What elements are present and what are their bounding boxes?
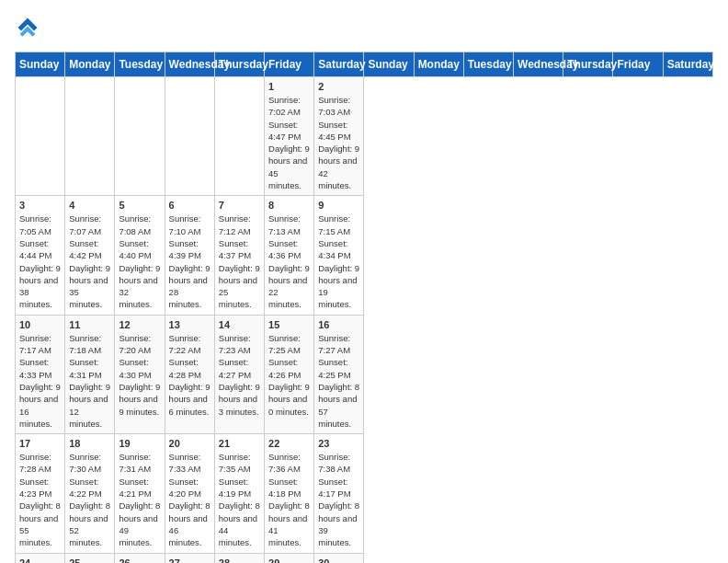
calendar-cell: 19Sunrise: 7:31 AM Sunset: 4:21 PM Dayli…: [115, 434, 165, 553]
calendar-cell: 23Sunrise: 7:38 AM Sunset: 4:17 PM Dayli…: [314, 434, 364, 553]
day-number: 13: [169, 319, 210, 330]
day-number: 2: [318, 81, 359, 92]
day-number: 22: [268, 438, 310, 449]
day-header-saturday: Saturday: [314, 52, 364, 77]
day-info: Sunrise: 7:35 AM Sunset: 4:19 PM Dayligh…: [219, 451, 260, 548]
calendar-header-row: SundayMondayTuesdayWednesdayThursdayFrid…: [16, 52, 713, 77]
calendar-cell: 30Sunrise: 7:48 AM Sunset: 4:11 PM Dayli…: [314, 553, 364, 563]
day-number: 4: [69, 200, 110, 211]
calendar-cell: 24Sunrise: 7:39 AM Sunset: 4:16 PM Dayli…: [16, 553, 65, 563]
day-number: 25: [69, 557, 110, 564]
day-info: Sunrise: 7:13 AM Sunset: 4:36 PM Dayligh…: [268, 213, 310, 310]
calendar-week-2: 3Sunrise: 7:05 AM Sunset: 4:44 PM Daylig…: [16, 196, 713, 315]
calendar-cell: 14Sunrise: 7:23 AM Sunset: 4:27 PM Dayli…: [214, 315, 264, 433]
day-number: 18: [69, 438, 110, 449]
day-header-tuesday: Tuesday: [463, 52, 513, 77]
calendar-cell: 11Sunrise: 7:18 AM Sunset: 4:31 PM Dayli…: [65, 315, 115, 433]
calendar-cell: [65, 77, 115, 196]
logo: [15, 15, 44, 40]
day-header-sunday: Sunday: [16, 52, 65, 77]
calendar-cell: 9Sunrise: 7:15 AM Sunset: 4:34 PM Daylig…: [314, 196, 364, 315]
calendar-week-1: 1Sunrise: 7:02 AM Sunset: 4:47 PM Daylig…: [16, 77, 713, 196]
day-info: Sunrise: 7:05 AM Sunset: 4:44 PM Dayligh…: [19, 213, 61, 310]
calendar-cell: 25Sunrise: 7:41 AM Sunset: 4:15 PM Dayli…: [65, 553, 115, 563]
page-header: [15, 15, 713, 40]
day-header-friday: Friday: [613, 52, 663, 77]
calendar-cell: 17Sunrise: 7:28 AM Sunset: 4:23 PM Dayli…: [16, 434, 65, 553]
day-info: Sunrise: 7:30 AM Sunset: 4:22 PM Dayligh…: [69, 451, 110, 548]
calendar-cell: [115, 77, 165, 196]
day-number: 28: [219, 557, 260, 564]
day-number: 7: [219, 200, 260, 211]
day-number: 29: [268, 557, 310, 564]
calendar-cell: 1Sunrise: 7:02 AM Sunset: 4:47 PM Daylig…: [265, 77, 314, 196]
day-header-thursday: Thursday: [214, 52, 264, 77]
day-info: Sunrise: 7:27 AM Sunset: 4:25 PM Dayligh…: [318, 332, 359, 430]
day-number: 1: [268, 81, 310, 92]
calendar-week-5: 24Sunrise: 7:39 AM Sunset: 4:16 PM Dayli…: [16, 553, 713, 563]
day-header-monday: Monday: [414, 52, 463, 77]
calendar-cell: 18Sunrise: 7:30 AM Sunset: 4:22 PM Dayli…: [65, 434, 115, 553]
day-info: Sunrise: 7:23 AM Sunset: 4:27 PM Dayligh…: [219, 332, 260, 418]
day-header-wednesday: Wednesday: [514, 52, 563, 77]
calendar-cell: 20Sunrise: 7:33 AM Sunset: 4:20 PM Dayli…: [165, 434, 214, 553]
day-number: 11: [69, 319, 110, 330]
day-number: 8: [268, 200, 310, 211]
day-info: Sunrise: 7:25 AM Sunset: 4:26 PM Dayligh…: [268, 332, 310, 418]
day-info: Sunrise: 7:28 AM Sunset: 4:23 PM Dayligh…: [19, 451, 61, 548]
calendar-week-3: 10Sunrise: 7:17 AM Sunset: 4:33 PM Dayli…: [16, 315, 713, 433]
day-header-sunday: Sunday: [364, 52, 414, 77]
calendar-cell: [214, 77, 264, 196]
day-header-thursday: Thursday: [563, 52, 613, 77]
day-number: 26: [119, 557, 160, 564]
day-info: Sunrise: 7:33 AM Sunset: 4:20 PM Dayligh…: [169, 451, 210, 548]
day-number: 19: [119, 438, 160, 449]
day-info: Sunrise: 7:02 AM Sunset: 4:47 PM Dayligh…: [268, 94, 310, 191]
day-info: Sunrise: 7:10 AM Sunset: 4:39 PM Dayligh…: [169, 213, 210, 310]
day-number: 27: [169, 557, 210, 564]
calendar-cell: 28Sunrise: 7:45 AM Sunset: 4:13 PM Dayli…: [214, 553, 264, 563]
calendar-week-4: 17Sunrise: 7:28 AM Sunset: 4:23 PM Dayli…: [16, 434, 713, 553]
calendar-table: SundayMondayTuesdayWednesdayThursdayFrid…: [15, 52, 713, 563]
day-info: Sunrise: 7:07 AM Sunset: 4:42 PM Dayligh…: [69, 213, 110, 310]
day-number: 9: [318, 200, 359, 211]
calendar-cell: 2Sunrise: 7:03 AM Sunset: 4:45 PM Daylig…: [314, 77, 364, 196]
day-header-wednesday: Wednesday: [165, 52, 214, 77]
day-header-friday: Friday: [265, 52, 314, 77]
day-number: 24: [19, 557, 61, 564]
calendar-cell: [165, 77, 214, 196]
day-number: 12: [119, 319, 160, 330]
calendar-cell: 22Sunrise: 7:36 AM Sunset: 4:18 PM Dayli…: [265, 434, 314, 553]
calendar-cell: 4Sunrise: 7:07 AM Sunset: 4:42 PM Daylig…: [65, 196, 115, 315]
calendar-cell: 13Sunrise: 7:22 AM Sunset: 4:28 PM Dayli…: [165, 315, 214, 433]
day-number: 16: [318, 319, 359, 330]
calendar-cell: 26Sunrise: 7:42 AM Sunset: 4:14 PM Dayli…: [115, 553, 165, 563]
day-number: 20: [169, 438, 210, 449]
day-info: Sunrise: 7:08 AM Sunset: 4:40 PM Dayligh…: [119, 213, 160, 310]
calendar-cell: 7Sunrise: 7:12 AM Sunset: 4:37 PM Daylig…: [214, 196, 264, 315]
day-number: 30: [318, 557, 359, 564]
day-number: 23: [318, 438, 359, 449]
calendar-cell: 10Sunrise: 7:17 AM Sunset: 4:33 PM Dayli…: [16, 315, 65, 433]
day-number: 5: [119, 200, 160, 211]
day-header-tuesday: Tuesday: [115, 52, 165, 77]
day-number: 14: [219, 319, 260, 330]
day-info: Sunrise: 7:12 AM Sunset: 4:37 PM Dayligh…: [219, 213, 260, 310]
calendar-cell: [16, 77, 65, 196]
day-info: Sunrise: 7:03 AM Sunset: 4:45 PM Dayligh…: [318, 94, 359, 191]
calendar-cell: 6Sunrise: 7:10 AM Sunset: 4:39 PM Daylig…: [165, 196, 214, 315]
day-info: Sunrise: 7:15 AM Sunset: 4:34 PM Dayligh…: [318, 213, 359, 310]
calendar-cell: 12Sunrise: 7:20 AM Sunset: 4:30 PM Dayli…: [115, 315, 165, 433]
day-info: Sunrise: 7:17 AM Sunset: 4:33 PM Dayligh…: [19, 332, 61, 430]
calendar-cell: 15Sunrise: 7:25 AM Sunset: 4:26 PM Dayli…: [265, 315, 314, 433]
day-number: 17: [19, 438, 61, 449]
day-info: Sunrise: 7:38 AM Sunset: 4:17 PM Dayligh…: [318, 451, 359, 548]
logo-icon: [15, 15, 40, 40]
day-number: 21: [219, 438, 260, 449]
calendar-cell: 3Sunrise: 7:05 AM Sunset: 4:44 PM Daylig…: [16, 196, 65, 315]
calendar-cell: 29Sunrise: 7:46 AM Sunset: 4:12 PM Dayli…: [265, 553, 314, 563]
day-info: Sunrise: 7:18 AM Sunset: 4:31 PM Dayligh…: [69, 332, 110, 430]
day-info: Sunrise: 7:31 AM Sunset: 4:21 PM Dayligh…: [119, 451, 160, 548]
day-number: 15: [268, 319, 310, 330]
day-info: Sunrise: 7:20 AM Sunset: 4:30 PM Dayligh…: [119, 332, 160, 418]
